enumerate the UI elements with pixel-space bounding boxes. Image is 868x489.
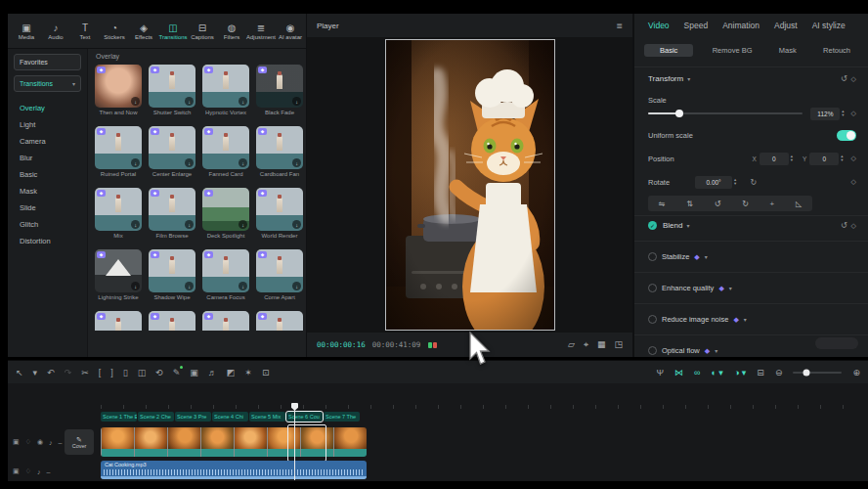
transition-item[interactable]: ◆ ↓	[149, 311, 195, 331]
scene-caption-clip[interactable]: Scene 7 The	[324, 412, 360, 422]
cover-button[interactable]: ✎ Cover	[65, 429, 94, 455]
sidebar-item[interactable]: Mask	[8, 183, 87, 200]
video-clip-segment[interactable]	[200, 427, 234, 457]
transition-item[interactable]: ◆ ↓ Ruined Portal	[95, 126, 142, 179]
transition-thumbnail[interactable]: ◆ ↓	[256, 249, 303, 292]
audio-clip[interactable]: Cat Cooking.mp3	[101, 461, 367, 479]
inspector-tab[interactable]: Speed	[684, 21, 709, 30]
topbar-item[interactable]: ◍ Filters	[217, 22, 246, 40]
chevron-down-icon[interactable]: ▾	[729, 285, 732, 291]
video-frame[interactable]	[385, 39, 555, 331]
topbar-item[interactable]: ◫ Transitions	[158, 22, 188, 40]
rotate-field[interactable]: 0.00°	[695, 176, 732, 189]
sidebar-item[interactable]: Blur	[8, 150, 87, 166]
transition-thumbnail[interactable]: ◆ ↓	[256, 188, 303, 231]
scene-caption-clip[interactable]: Scene 1 The E	[101, 412, 137, 422]
snap-toggle-icon[interactable]: ⋈	[674, 368, 683, 378]
transition-thumbnail[interactable]: ◆ ↓	[202, 249, 249, 292]
transition-thumbnail[interactable]: ◆ ↓	[202, 126, 249, 169]
keyframe-icon[interactable]: ◇	[851, 110, 856, 117]
transition-item[interactable]: ◆ ↓ Shadow Wipe	[149, 249, 195, 302]
keyframe-icon[interactable]: ◇	[851, 178, 856, 186]
keyframe-icon[interactable]: ◇	[851, 222, 856, 230]
undo-icon[interactable]: ↶	[47, 368, 55, 378]
transition-thumbnail[interactable]: ◆ ↓	[202, 311, 249, 331]
transition-item[interactable]: ◆ ↓ Lightning Strike	[95, 249, 142, 302]
sidebar-item[interactable]: Slide	[8, 200, 87, 216]
player-menu-icon[interactable]: ≣	[616, 22, 623, 30]
topbar-item[interactable]: ◔ Stickers	[100, 22, 129, 40]
video-clip-segment[interactable]	[134, 427, 167, 457]
level-icon[interactable]: ◺	[796, 200, 802, 208]
topbar-item[interactable]: T Text	[70, 22, 100, 40]
transition-item[interactable]: ◆ ↓ Center Enlarge	[149, 126, 195, 179]
zoom-in-icon[interactable]: ⊕	[852, 368, 860, 378]
topbar-item[interactable]: ◉ AI avatar	[276, 22, 305, 40]
transition-thumbnail[interactable]: ◆ ↓	[95, 188, 142, 231]
chevron-down-icon[interactable]: ▾	[715, 347, 717, 354]
transition-item[interactable]: ◆ ↓ Mix	[95, 188, 142, 241]
transition-item[interactable]: ◆ ↓ Then and Now	[95, 65, 142, 117]
resolution-icon[interactable]: ▦	[597, 339, 606, 350]
blend-checkbox[interactable]: ✓	[648, 221, 657, 230]
rotate-right-icon[interactable]: ↻	[742, 200, 749, 208]
reset-icon[interactable]: ↺	[841, 221, 847, 230]
select-tool-icon[interactable]: ↖	[16, 368, 23, 378]
disabled-action-button[interactable]	[815, 337, 858, 349]
transition-item[interactable]: ◆ ↓ Camera Focus	[202, 249, 249, 302]
transition-item[interactable]: ◆ ↓	[202, 311, 249, 331]
fullscreen-icon[interactable]: ◳	[614, 339, 623, 350]
category-dropdown[interactable]: Transitions ▾	[14, 75, 81, 92]
flip-horizontal-icon[interactable]: ⇋	[659, 200, 666, 208]
transition-thumbnail[interactable]: ◆ ↓	[95, 249, 142, 292]
mute-clip-icon[interactable]: ♬	[208, 368, 217, 378]
rotate-left-icon[interactable]: ↺	[715, 200, 721, 208]
uniform-scale-toggle[interactable]	[837, 130, 856, 141]
scale-value[interactable]: 112%	[810, 108, 840, 120]
inspector-tab[interactable]: Video	[648, 21, 670, 30]
sidebar-item[interactable]: Glitch	[8, 216, 87, 233]
reset-icon[interactable]: ↺	[841, 74, 847, 83]
center-align-icon[interactable]: +	[770, 200, 775, 208]
sidebar-item[interactable]: Overlay	[8, 100, 87, 116]
transition-thumbnail[interactable]: ◆ ↓	[256, 126, 303, 169]
slider-knob[interactable]	[803, 369, 810, 376]
select-caret-icon[interactable]: ▾	[33, 368, 38, 378]
scale-stepper[interactable]: ▴▾	[842, 110, 844, 117]
track-collapse-icon[interactable]: –	[59, 439, 63, 446]
track-mute-icon[interactable]: ♪	[37, 468, 41, 475]
topbar-item[interactable]: ≣ Adjustment	[246, 22, 276, 40]
transition-thumbnail[interactable]: ◆ ↓	[149, 65, 195, 108]
transition-thumbnail[interactable]: ◆ ↓	[149, 188, 195, 231]
feature-checkbox[interactable]	[648, 346, 657, 355]
scene-caption-clip[interactable]: Scene 5 Mix	[249, 412, 285, 422]
track-hide-icon[interactable]: ♢	[25, 438, 31, 446]
transition-thumbnail[interactable]: ◆ ↓	[149, 311, 195, 331]
inspector-subtab[interactable]: Mask	[771, 44, 804, 57]
link-clips-icon[interactable]: ∞	[694, 368, 700, 378]
position-x-field[interactable]: 0	[760, 153, 789, 165]
render-quality-dropdown-icon[interactable]: ◑ ▾	[734, 368, 746, 378]
video-clip-segment[interactable]	[333, 427, 367, 457]
track-mute-icon[interactable]: ♪	[49, 439, 53, 446]
video-clip[interactable]	[101, 427, 367, 457]
playhead[interactable]	[294, 404, 295, 480]
scene-caption-clip[interactable]: Scene 6 Cou	[286, 412, 323, 422]
transition-thumbnail[interactable]: ◆ ↓	[149, 126, 195, 169]
chevron-down-icon[interactable]: ▾	[744, 316, 747, 323]
inspector-tab[interactable]: Animation	[722, 21, 760, 30]
transition-thumbnail[interactable]: ◆ ↓	[256, 311, 303, 331]
scale-slider[interactable]	[648, 112, 803, 114]
topbar-item[interactable]: ⊟ Captions	[188, 22, 217, 40]
topbar-item[interactable]: ◈ Effects	[129, 22, 158, 40]
focus-tracking-icon[interactable]: ⌖	[584, 339, 588, 350]
rotate-stepper[interactable]: ▴▾	[734, 178, 736, 186]
aspect-ratio-icon[interactable]: ▱	[568, 339, 575, 350]
transition-item[interactable]: ◆ ↓ Cardboard Fan	[256, 126, 303, 179]
feature-checkbox[interactable]	[648, 284, 657, 292]
sidebar-item[interactable]: Basic	[8, 166, 87, 183]
sidebar-item[interactable]: Camera	[8, 133, 87, 150]
crop-icon[interactable]: ▣	[190, 368, 198, 378]
scene-caption-clip[interactable]: Scene 2 Che	[138, 412, 174, 422]
delete-left-icon[interactable]: [	[99, 368, 102, 378]
